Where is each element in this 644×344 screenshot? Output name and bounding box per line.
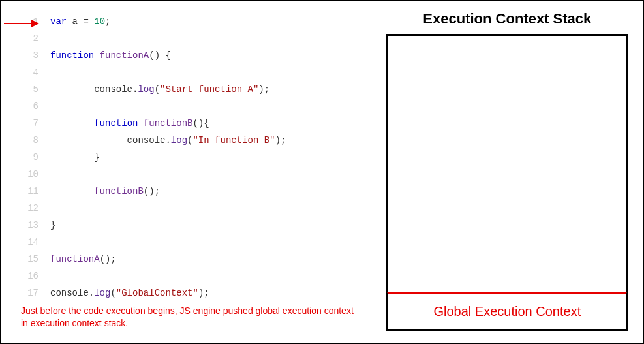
line-number: 16	[1, 268, 50, 285]
caption-text: Just before the code execution begins, J…	[21, 305, 360, 330]
line-number: 5	[1, 81, 50, 98]
code-line: 10	[1, 166, 372, 183]
line-content: console.log("In function B");	[50, 132, 286, 149]
line-number: 4	[1, 64, 50, 81]
line-content: functionB();	[50, 183, 160, 200]
line-number: 17	[1, 285, 50, 302]
line-content: }	[50, 217, 55, 234]
stack-box: Global Execution Context	[386, 34, 628, 331]
line-content: var a = 10;	[50, 13, 110, 30]
line-number: 14	[1, 234, 50, 251]
code-line: 8 console.log("In function B");	[1, 132, 372, 149]
code-line: 5 console.log("Start function A");	[1, 81, 372, 98]
line-number: 10	[1, 166, 50, 183]
code-line: 9 }	[1, 149, 372, 166]
line-number: 8	[1, 132, 50, 149]
line-number: 2	[1, 30, 50, 47]
line-content: functionA();	[50, 251, 116, 268]
code-line: 2	[1, 30, 372, 47]
code-line: 6	[1, 98, 372, 115]
current-line-arrow-icon	[4, 20, 39, 27]
code-panel: 1var a = 10;23function functionA() {45 c…	[1, 1, 372, 343]
line-content: console.log("GlobalContext");	[50, 285, 209, 302]
code-line: 11 functionB();	[1, 183, 372, 200]
line-content: function functionB(){	[50, 115, 209, 132]
stack-item-global: Global Execution Context	[386, 292, 628, 331]
code-line: 15functionA();	[1, 251, 372, 268]
line-number: 7	[1, 115, 50, 132]
code-line: 14	[1, 234, 372, 251]
line-number: 3	[1, 47, 50, 64]
line-number: 9	[1, 149, 50, 166]
line-number: 11	[1, 183, 50, 200]
line-content: console.log("Start function A");	[50, 81, 269, 98]
code-line: 13}	[1, 217, 372, 234]
line-content: function functionA() {	[50, 47, 171, 64]
code-line: 12	[1, 200, 372, 217]
code-line: 7 function functionB(){	[1, 115, 372, 132]
line-number: 12	[1, 200, 50, 217]
code-line: 16	[1, 268, 372, 285]
code-line: 17console.log("GlobalContext");	[1, 285, 372, 302]
code-line: 1var a = 10;	[1, 13, 372, 30]
line-number: 6	[1, 98, 50, 115]
stack-panel: Execution Context Stack Global Execution…	[372, 1, 643, 343]
code-line: 4	[1, 64, 372, 81]
code-line: 3function functionA() {	[1, 47, 372, 64]
stack-title: Execution Context Stack	[372, 10, 643, 27]
line-number: 13	[1, 217, 50, 234]
code-block: 1var a = 10;23function functionA() {45 c…	[1, 7, 372, 308]
line-content: }	[50, 149, 100, 166]
line-number: 15	[1, 251, 50, 268]
